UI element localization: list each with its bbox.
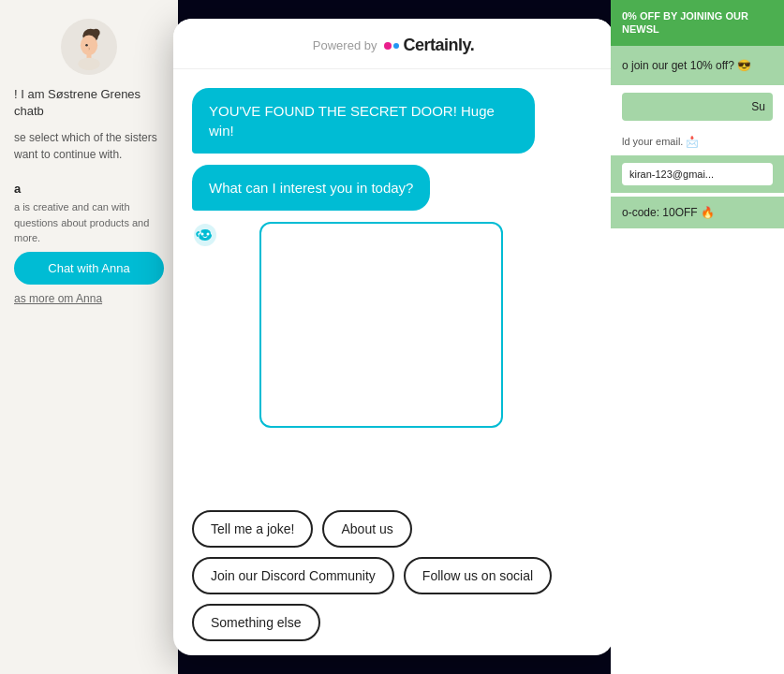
message-input[interactable] [259,222,503,428]
svg-point-4 [78,58,99,70]
bot-description: se select which of the sisters want to c… [0,129,178,163]
input-row [192,222,595,428]
right-sidebar: 0% OFF BY JOINING OUR NEWSL o join our g… [611,0,784,674]
quick-reply-social[interactable]: Follow us on social [404,557,552,594]
bird-icon [192,222,218,248]
bot-message-2: What can I interest you in today? [192,165,430,211]
bot-intro: ! I am Søstrene Grenes chatb [0,86,178,120]
quick-reply-about[interactable]: About us [322,510,411,548]
subscribe-placeholder: Su [751,100,765,113]
certainly-dots [384,42,399,50]
left-sidebar: ! I am Søstrene Grenes chatb se select w… [0,0,178,674]
quick-replies: Tell me a joke! About us Join our Discor… [173,501,614,655]
powered-by-label: Powered by [313,38,377,52]
certainly-logo: Certainly. [384,36,474,55]
dot-blue-icon [393,43,399,49]
chat-panel: Powered by Certainly. YOU'VE FOUND THE S… [173,19,614,655]
bot-avatar [61,19,117,75]
chat-with-anna-button[interactable]: Chat with Anna [14,252,164,285]
bot-message-1: YOU'VE FOUND THE SECRET DOOR! Huge win! [192,88,535,154]
see-more-link[interactable]: as more om Anna [0,285,116,313]
newsletter-promo: o join our get 10% off? 😎 [611,46,784,85]
chat-messages-area: YOU'VE FOUND THE SECRET DOOR! Huge win! … [173,69,614,501]
add-email-label: ld your email. 📩 [622,136,773,148]
svg-point-8 [207,233,210,236]
newsletter-banner: 0% OFF BY JOINING OUR NEWSL [611,0,784,46]
bot-icon-small [192,222,218,252]
quick-reply-discord[interactable]: Join our Discord Community [192,557,394,594]
quick-reply-joke[interactable]: Tell me a joke! [192,510,313,548]
promo-code: o-code: 10OFF 🔥 [611,197,784,228]
avatar-container [0,19,178,75]
brand-name: Certainly. [403,36,474,55]
email-input-row: ld your email. 📩 [611,128,784,155]
email-value: kiran-123@gmai... [622,163,773,185]
svg-point-5 [85,44,88,47]
panel-header: Powered by Certainly. [173,19,614,69]
svg-point-2 [81,36,97,56]
anna-description: a is creative and can with questions abo… [14,199,164,246]
dot-pink-icon [384,42,392,50]
anna-label: a [14,182,164,196]
quick-reply-else[interactable]: Something else [192,604,320,641]
avatar-illustration [66,23,112,70]
svg-point-7 [201,233,204,236]
svg-point-1 [92,29,99,37]
